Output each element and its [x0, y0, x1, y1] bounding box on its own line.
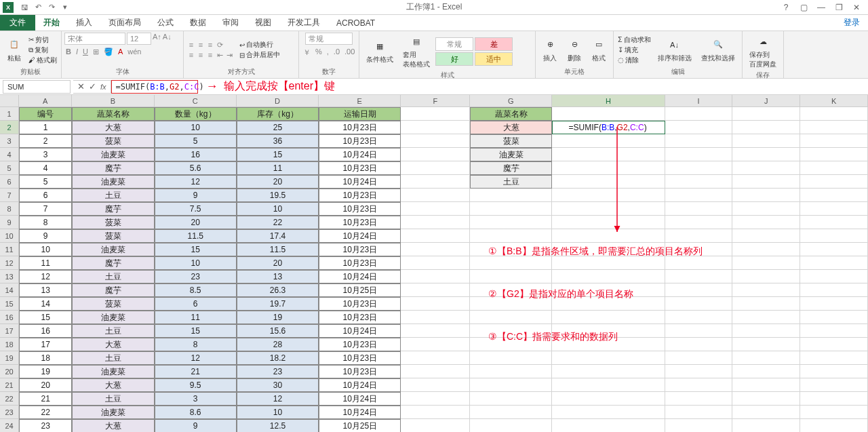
- cell-D14[interactable]: 26.3: [237, 283, 319, 297]
- cell-A7[interactable]: 6: [19, 189, 72, 202]
- cell-E23[interactable]: 10月24日: [319, 406, 401, 419]
- enter-formula-icon[interactable]: ✓: [89, 81, 96, 92]
- redo-icon[interactable]: ↷: [46, 2, 57, 13]
- cell-G12[interactable]: [470, 256, 552, 270]
- cell-G18[interactable]: [470, 338, 552, 351]
- fill-color-icon[interactable]: 🪣: [102, 47, 115, 57]
- font-size-combo[interactable]: 12: [127, 33, 151, 45]
- cell-E1[interactable]: 运输日期: [319, 107, 401, 121]
- cell-F21[interactable]: [401, 378, 470, 392]
- cell-K9[interactable]: [800, 216, 868, 229]
- cell-F24[interactable]: [401, 419, 470, 432]
- formula-input[interactable]: =SUMIF(B:B,G2,C:C): [111, 80, 198, 94]
- cell-B3[interactable]: 菠菜: [72, 134, 154, 148]
- cell-F7[interactable]: [401, 189, 470, 202]
- cell-D23[interactable]: 10: [237, 406, 319, 419]
- cell-F11[interactable]: [401, 243, 470, 256]
- cell-A10[interactable]: 9: [19, 229, 72, 243]
- cell-A23[interactable]: 22: [19, 406, 72, 419]
- cell-F18[interactable]: [401, 338, 470, 351]
- cell-A24[interactable]: 23: [19, 419, 72, 432]
- cell-H20[interactable]: [552, 365, 665, 378]
- cell-H13[interactable]: [552, 270, 665, 283]
- copy-button[interactable]: ⧉复制: [27, 45, 58, 55]
- cell-C7[interactable]: 9: [155, 189, 237, 202]
- cell-K14[interactable]: [800, 283, 868, 297]
- cell-J8[interactable]: [732, 202, 800, 216]
- cell-K12[interactable]: [800, 256, 868, 270]
- cell-F2[interactable]: [401, 121, 470, 134]
- percent-icon[interactable]: %: [314, 47, 323, 58]
- cell-E17[interactable]: 10月24日: [319, 324, 401, 338]
- cell-K10[interactable]: [800, 229, 868, 243]
- cell-E6[interactable]: 10月24日: [319, 175, 401, 189]
- cell-G14[interactable]: [470, 283, 552, 297]
- cell-D20[interactable]: 23: [237, 365, 319, 378]
- cell-H1[interactable]: [552, 107, 665, 121]
- cell-I8[interactable]: [665, 202, 733, 216]
- cell-D7[interactable]: 19.5: [237, 189, 319, 202]
- cell-A16[interactable]: 15: [19, 311, 72, 324]
- cell-F9[interactable]: [401, 216, 470, 229]
- row-header-24[interactable]: 24: [0, 419, 19, 432]
- cell-K16[interactable]: [800, 311, 868, 324]
- cell-A2[interactable]: 1: [19, 121, 72, 134]
- style-normal[interactable]: 常规: [435, 37, 473, 51]
- cell-B21[interactable]: 大葱: [72, 378, 154, 392]
- cell-D3[interactable]: 36: [237, 134, 319, 148]
- align-bot-icon[interactable]: ≡: [205, 41, 215, 49]
- cell-G24[interactable]: [470, 419, 552, 432]
- cell-K18[interactable]: [800, 338, 868, 351]
- tab-layout[interactable]: 页面布局: [100, 15, 149, 31]
- row-header-7[interactable]: 7: [0, 189, 19, 202]
- currency-icon[interactable]: ￥: [302, 47, 312, 58]
- cell-B15[interactable]: 菠菜: [72, 297, 154, 311]
- cell-G7[interactable]: [470, 189, 552, 202]
- cell-H21[interactable]: [552, 378, 665, 392]
- increase-font-icon[interactable]: A↑: [153, 33, 161, 45]
- cell-F4[interactable]: [401, 148, 470, 161]
- indent-inc-icon[interactable]: ⇥: [224, 51, 234, 60]
- cell-I16[interactable]: [665, 311, 733, 324]
- dec-dec-icon[interactable]: .00: [343, 47, 356, 58]
- number-format-combo[interactable]: 常规: [305, 33, 353, 45]
- comma-icon[interactable]: ,: [326, 47, 330, 58]
- tab-formulas[interactable]: 公式: [149, 15, 182, 31]
- cell-D5[interactable]: 11: [237, 161, 319, 175]
- cell-K19[interactable]: [800, 351, 868, 365]
- cell-H15[interactable]: [552, 297, 665, 311]
- cell-B13[interactable]: 土豆: [72, 270, 154, 283]
- cell-D1[interactable]: 库存（kg）: [237, 107, 319, 121]
- undo-icon[interactable]: ↶: [33, 2, 43, 13]
- select-all-corner[interactable]: [0, 95, 19, 107]
- cell-D17[interactable]: 15.6: [237, 324, 319, 338]
- row-header-12[interactable]: 12: [0, 256, 19, 270]
- font-color-icon[interactable]: A: [117, 47, 124, 57]
- cell-J9[interactable]: [732, 216, 800, 229]
- cell-G10[interactable]: [470, 229, 552, 243]
- style-bad[interactable]: 差: [475, 37, 513, 51]
- cell-E19[interactable]: 10月23日: [319, 351, 401, 365]
- row-header-6[interactable]: 6: [0, 175, 19, 189]
- cell-G5[interactable]: 魔芋: [470, 161, 552, 175]
- underline-icon[interactable]: U: [81, 47, 90, 57]
- cell-B6[interactable]: 油麦菜: [72, 175, 154, 189]
- cell-C24[interactable]: 9: [155, 419, 237, 432]
- cell-E16[interactable]: 10月23日: [319, 311, 401, 324]
- cell-D4[interactable]: 15: [237, 148, 319, 161]
- cut-button[interactable]: ✂剪切: [27, 35, 58, 45]
- cell-I15[interactable]: [665, 297, 733, 311]
- col-header-E[interactable]: E: [319, 95, 401, 107]
- align-mid-icon[interactable]: ≡: [196, 41, 205, 49]
- cell-I3[interactable]: [665, 134, 733, 148]
- cell-E14[interactable]: 10月25日: [319, 283, 401, 297]
- tab-review[interactable]: 审阅: [214, 15, 247, 31]
- cell-K24[interactable]: [800, 419, 868, 432]
- cell-G16[interactable]: [470, 311, 552, 324]
- cell-E22[interactable]: 10月24日: [319, 392, 401, 406]
- tab-acrobat[interactable]: ACROBAT: [328, 15, 383, 31]
- cell-I2[interactable]: [665, 121, 733, 134]
- cell-C9[interactable]: 20: [155, 216, 237, 229]
- save-icon[interactable]: 🖫: [19, 2, 30, 13]
- cell-D2[interactable]: 25: [237, 121, 319, 134]
